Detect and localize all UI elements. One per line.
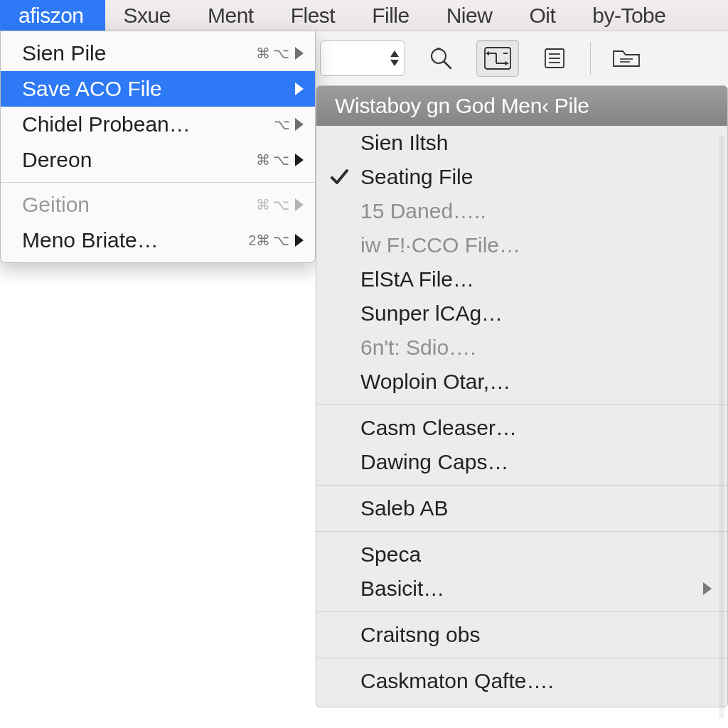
svg-line-1 bbox=[444, 62, 451, 68]
toolbar bbox=[313, 31, 728, 85]
submenu-item[interactable]: Dawing Caps… bbox=[316, 445, 727, 479]
dropdown-menu: Sien Pile ⌘ ⌥ Save ACO File Chidel Probe… bbox=[0, 31, 316, 263]
submenu-panel: Wistaboy gn God Men‹ Pile Sien Iltsh Sea… bbox=[316, 85, 728, 707]
chevron-right-icon bbox=[703, 582, 712, 595]
menuitem-chidel-probean[interactable]: Chidel Probean… ⌥ bbox=[1, 107, 315, 142]
menu-sxue[interactable]: Sxue bbox=[105, 0, 189, 31]
submenu-separator bbox=[316, 405, 727, 405]
toolbar-magnify[interactable] bbox=[419, 40, 462, 77]
menu-flest[interactable]: Flest bbox=[272, 0, 354, 31]
submenu-item[interactable]: Speca bbox=[316, 537, 727, 572]
menu-afiszon[interactable]: afiszon bbox=[0, 0, 105, 31]
toolbar-flowchart[interactable] bbox=[476, 40, 519, 77]
submenu-item[interactable]: Woploin Otar,… bbox=[316, 365, 727, 399]
checkmark-icon bbox=[329, 167, 349, 187]
submenu-item[interactable]: ElStA File… bbox=[316, 262, 727, 296]
svg-point-0 bbox=[432, 49, 446, 63]
menuitem-meno-briate[interactable]: Meno Briate… 2⌘ ⌥ bbox=[1, 223, 315, 258]
menu-fille[interactable]: Fille bbox=[353, 0, 428, 31]
submenu-item[interactable]: Casm Cleaser… bbox=[316, 411, 727, 445]
svg-marker-5 bbox=[486, 51, 489, 55]
svg-rect-3 bbox=[485, 48, 510, 69]
menubar: afiszon Sxue Ment Flest Fille Niew Oit b… bbox=[0, 0, 728, 31]
menuitem-save-aco-file[interactable]: Save ACO File bbox=[1, 71, 315, 107]
submenu-item-seating-file[interactable]: Seating File bbox=[316, 160, 727, 194]
submenu-separator bbox=[316, 531, 727, 532]
submenu-separator bbox=[316, 658, 727, 658]
document-icon bbox=[542, 46, 567, 70]
menu-oit[interactable]: Oit bbox=[510, 0, 574, 31]
menuitem-sien-pile[interactable]: Sien Pile ⌘ ⌥ bbox=[1, 36, 315, 71]
flowchart-icon bbox=[483, 46, 512, 70]
svg-marker-4 bbox=[505, 61, 509, 65]
folder-icon bbox=[611, 46, 641, 70]
toolbar-separator bbox=[590, 42, 591, 75]
toolbar-combo[interactable] bbox=[320, 41, 405, 76]
submenu-item[interactable]: Saleb AB bbox=[316, 491, 727, 525]
submenu-item[interactable]: iw F!·CCO File… bbox=[316, 228, 727, 262]
toolbar-folder[interactable] bbox=[605, 40, 648, 77]
stepper-icon bbox=[390, 50, 399, 66]
magnify-icon bbox=[428, 46, 454, 71]
menu-niew[interactable]: Niew bbox=[428, 0, 511, 31]
submenu-item-basicit[interactable]: Basicit… bbox=[316, 572, 727, 606]
submenu-header: Wistaboy gn God Men‹ Pile bbox=[316, 86, 727, 126]
submenu-item[interactable]: 6n't: Sdio…. bbox=[316, 331, 727, 365]
menu-separator bbox=[1, 182, 315, 183]
submenu-item[interactable]: Sunper lCAg… bbox=[316, 296, 727, 331]
submenu-item[interactable]: 15 Daned….. bbox=[316, 194, 727, 228]
menuitem-dereon[interactable]: Dereon ⌘ ⌥ bbox=[1, 142, 315, 178]
menuitem-geition[interactable]: Geition ⌘ ⌥ bbox=[1, 187, 315, 223]
scrollbar[interactable] bbox=[719, 136, 724, 719]
submenu-separator bbox=[316, 485, 727, 486]
submenu-item[interactable]: Craitsng obs bbox=[316, 618, 727, 652]
menu-bytobe[interactable]: by-Tobe bbox=[574, 0, 684, 31]
submenu-separator bbox=[316, 611, 727, 612]
toolbar-document[interactable] bbox=[533, 40, 576, 77]
submenu-item[interactable]: Caskmaton Qafte…. bbox=[316, 664, 727, 698]
submenu-item[interactable]: Sien Iltsh bbox=[316, 126, 727, 160]
menu-ment[interactable]: Ment bbox=[189, 0, 272, 31]
